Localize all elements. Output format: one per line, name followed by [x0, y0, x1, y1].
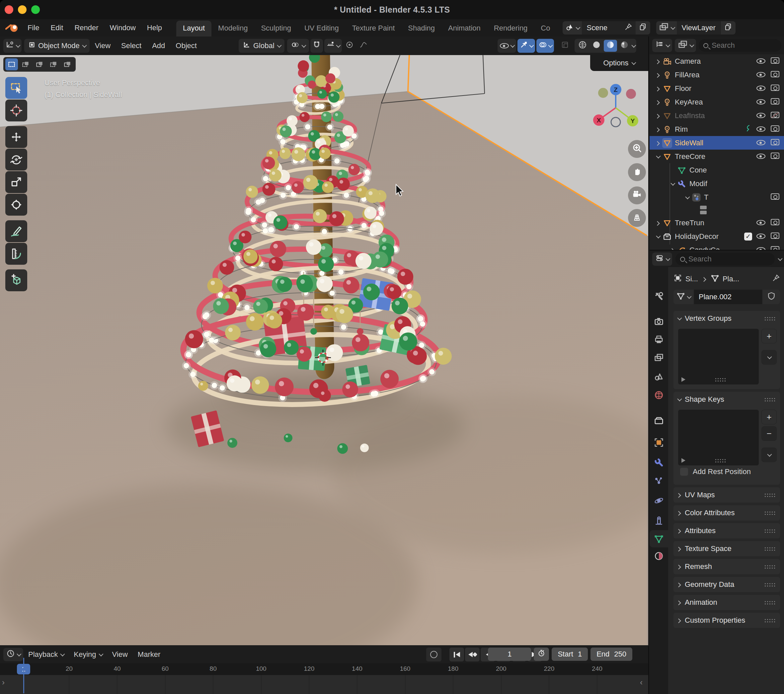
panel-header[interactable]: Custom Properties	[674, 613, 780, 628]
outliner-row-keyarea[interactable]: KeyArea	[650, 95, 784, 109]
xray-toggle[interactable]	[558, 39, 571, 53]
hide-viewport-toggle[interactable]	[756, 98, 766, 107]
auto-keying-button[interactable]	[426, 648, 441, 661]
drag-grip-icon[interactable]	[764, 316, 776, 321]
drag-grip-icon[interactable]	[764, 398, 776, 402]
timeline-menu-marker[interactable]: Marker	[133, 650, 165, 659]
use-preview-range-button[interactable]	[534, 648, 549, 661]
fake-user-button[interactable]	[763, 289, 780, 304]
tool-select-box[interactable]	[5, 77, 27, 99]
hide-viewport-toggle[interactable]	[756, 152, 766, 161]
snap-dropdown[interactable]	[324, 39, 342, 53]
proportional-edit-toggle[interactable]	[343, 39, 356, 53]
tool-move[interactable]	[5, 126, 27, 148]
hide-viewport-toggle[interactable]	[756, 139, 766, 147]
outliner-editor-type-button[interactable]	[652, 39, 672, 52]
outliner-row-fillarea[interactable]: FillArea	[650, 68, 784, 82]
menu-file[interactable]: File	[22, 23, 45, 32]
hide-viewport-toggle[interactable]	[756, 219, 766, 227]
pin-icon[interactable]	[772, 274, 780, 284]
breadcrumb-object[interactable]: Si...	[685, 275, 698, 283]
camera-view-button[interactable]	[628, 186, 646, 204]
expander-right-icon[interactable]	[654, 221, 662, 225]
overlays-toggle[interactable]	[536, 39, 554, 53]
properties-tab-render[interactable]	[650, 312, 668, 330]
outliner-search-input[interactable]: Search	[699, 39, 781, 52]
tool-scale[interactable]	[5, 171, 27, 193]
remove-item-button[interactable]: −	[761, 426, 777, 441]
workspace-tab-uv-editing[interactable]: UV Editing	[298, 21, 346, 36]
expander-down-icon[interactable]	[683, 196, 692, 199]
add-item-button[interactable]: +	[761, 410, 777, 424]
timeline-menu-keying[interactable]: Keying	[69, 650, 107, 659]
expand-arrow-icon[interactable]	[682, 377, 685, 382]
timeline-menu-playback[interactable]: Playback	[23, 650, 69, 659]
drag-grip-icon[interactable]	[764, 600, 776, 605]
workspace-tab-animation[interactable]: Animation	[441, 21, 487, 36]
expander-down-icon[interactable]	[654, 235, 662, 238]
hide-viewport-toggle[interactable]	[756, 71, 766, 79]
tool-measure[interactable]	[5, 243, 27, 265]
pivot-dropdown[interactable]	[287, 39, 309, 53]
expander-right-icon[interactable]	[654, 87, 662, 90]
disable-render-toggle[interactable]	[771, 219, 781, 227]
datablock-name-field[interactable]: Plane.002	[694, 289, 762, 304]
viewport-menu-view[interactable]: View	[90, 41, 116, 50]
workspace-tab-modeling[interactable]: Modeling	[211, 21, 254, 36]
disable-render-toggle[interactable]	[771, 152, 781, 161]
disable-render-toggle[interactable]	[771, 84, 781, 93]
properties-tab-world[interactable]	[650, 386, 668, 404]
disable-render-toggle[interactable]	[771, 246, 781, 251]
expander-right-icon[interactable]	[654, 128, 662, 131]
timeline-editor-type-button[interactable]	[3, 648, 23, 661]
outliner-row-candyca[interactable]: CandyCa	[650, 243, 784, 250]
properties-tab-physics[interactable]	[650, 492, 668, 509]
expander-right-icon[interactable]	[654, 60, 662, 63]
specials-menu-button[interactable]	[761, 350, 777, 365]
timeline-left-chevron[interactable]: ›	[2, 678, 5, 687]
breadcrumb-data[interactable]: Pla...	[723, 275, 739, 283]
tool-cursor[interactable]	[5, 100, 27, 122]
properties-tab-object-data[interactable]	[650, 530, 668, 548]
scene-name[interactable]: Scene	[582, 23, 622, 32]
scene-selector[interactable]: Scene	[563, 21, 650, 35]
properties-tab-scene[interactable]	[650, 368, 668, 385]
datablock-list[interactable]	[678, 410, 759, 465]
expander-right-icon[interactable]	[654, 73, 662, 77]
falloff-dropdown[interactable]	[357, 39, 370, 53]
viewport-3d[interactable]: Object Mode ViewSelectAddObject Global	[0, 36, 649, 645]
workspace-tab-co[interactable]: Co	[534, 21, 557, 36]
specials-menu-button[interactable]	[761, 447, 777, 462]
expander-down-icon[interactable]	[668, 182, 677, 186]
menu-edit[interactable]: Edit	[45, 23, 69, 32]
select-mode-intersect[interactable]	[61, 58, 74, 70]
zoom-nav-button[interactable]	[628, 140, 646, 158]
outliner-row-camera[interactable]: Camera	[650, 54, 784, 68]
outliner-row-treecore[interactable]: TreeCore	[650, 150, 784, 163]
prev-keyframe-button[interactable]	[465, 648, 479, 661]
properties-tab-object[interactable]	[650, 434, 668, 451]
expander-down-icon[interactable]	[654, 155, 662, 158]
panel-header[interactable]: Animation	[674, 595, 780, 610]
select-mode-subtract[interactable]	[33, 58, 46, 70]
timeline-ruler[interactable]: 1 20406080100120140160180200220240	[0, 663, 648, 675]
drag-grip-icon[interactable]	[764, 582, 776, 587]
properties-tab-material[interactable]	[650, 548, 668, 565]
timeline-tracks[interactable]	[0, 675, 648, 694]
orientation-dropdown[interactable]: Global	[239, 39, 285, 53]
outliner-row-rim[interactable]: Rim	[650, 122, 784, 136]
workspace-tab-texture-paint[interactable]: Texture Paint	[346, 21, 401, 36]
expander-right-icon[interactable]	[654, 114, 662, 117]
disable-render-toggle[interactable]	[771, 232, 781, 241]
disable-render-toggle[interactable]	[771, 57, 781, 66]
hide-viewport-toggle[interactable]	[756, 232, 766, 241]
properties-tab-modifiers[interactable]	[650, 454, 668, 471]
snap-toggle[interactable]	[310, 39, 323, 53]
tool-transform[interactable]	[5, 194, 27, 215]
workspace-tab-shading[interactable]: Shading	[401, 21, 441, 36]
menu-window[interactable]: Window	[104, 23, 142, 32]
viewport-menu-select[interactable]: Select	[116, 41, 147, 50]
collection-checkbox[interactable]: ✓	[744, 233, 752, 240]
hide-viewport-toggle[interactable]	[756, 112, 766, 120]
datablock-browse-button[interactable]	[674, 289, 693, 304]
